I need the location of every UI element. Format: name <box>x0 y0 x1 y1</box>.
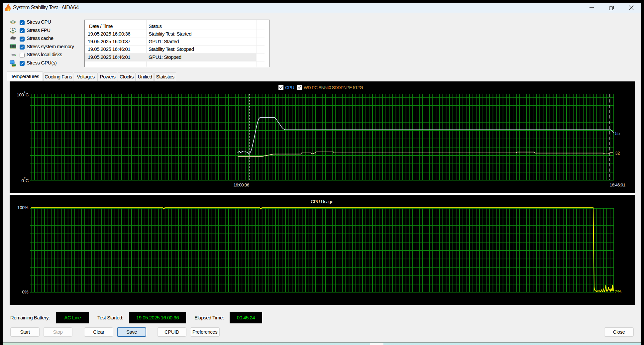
svg-text:WD PC SN540 SDDPNPF-512G: WD PC SN540 SDDPNPF-512G <box>304 85 363 90</box>
svg-text:0°C: 0°C <box>22 176 29 183</box>
svg-text:CPU Usage: CPU Usage <box>311 199 333 204</box>
svg-text:55: 55 <box>615 131 620 136</box>
svg-text:16:00:36: 16:00:36 <box>234 182 249 187</box>
svg-text:100%: 100% <box>17 205 28 210</box>
svg-text:16:46:01: 16:46:01 <box>610 182 625 187</box>
svg-text:0%: 0% <box>22 289 28 294</box>
svg-text:2%: 2% <box>615 289 621 294</box>
svg-text:100°C: 100°C <box>17 90 29 98</box>
svg-text:CPU: CPU <box>285 85 294 90</box>
svg-text:32: 32 <box>615 151 620 156</box>
